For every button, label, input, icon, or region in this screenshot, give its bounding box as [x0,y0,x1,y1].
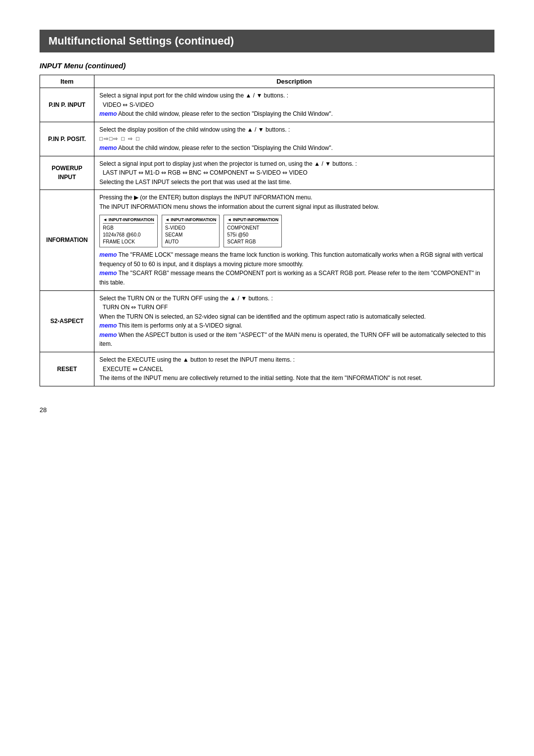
col-item-header: Item [40,75,94,88]
table-row: P.IN P. POSIT. Select the display positi… [40,122,494,156]
info-box-component: ◄ INPUT-INFORMATION COMPONENT 575i @50 S… [223,215,282,248]
table-row: INFORMATION Pressing the ▶ (or the ENTER… [40,190,494,290]
item-powerup-input: POWERUPINPUT [40,156,94,190]
desc-reset: Select the EXECUTE using the ▲ button to… [94,352,494,386]
info-box-rgb: ◄ INPUT-INFORMATION RGB 1024x768 @60.0 F… [99,215,158,248]
page-header: Multifunctional Settings (continued) [40,30,494,52]
desc-information: Pressing the ▶ (or the ENTER) button dis… [94,190,494,290]
main-table: Item Description P.IN P. INPUT Select a … [40,75,494,386]
section-title: INPUT Menu (continued) [40,61,494,70]
table-row: P.IN P. INPUT Select a signal input port… [40,88,494,122]
table-row: RESET Select the EXECUTE using the ▲ but… [40,352,494,386]
desc-s2-aspect: Select the TURN ON or the TURN OFF using… [94,290,494,352]
item-pin-posit: P.IN P. POSIT. [40,122,94,156]
info-box-svideo: ◄ INPUT-INFORMATION S-VIDEO SECAM AUTO [162,215,220,248]
desc-pin-input: Select a signal input port for the child… [94,88,494,122]
table-row: POWERUPINPUT Select a signal input port … [40,156,494,190]
page-number: 28 [40,406,494,414]
desc-pin-posit: Select the display position of the child… [94,122,494,156]
item-pin-input: P.IN P. INPUT [40,88,94,122]
table-row: S2-ASPECT Select the TURN ON or the TURN… [40,290,494,352]
col-desc-header: Description [94,75,494,88]
desc-powerup-input: Select a signal input port to display ju… [94,156,494,190]
info-boxes-container: ◄ INPUT-INFORMATION RGB 1024x768 @60.0 F… [99,215,489,248]
item-reset: RESET [40,352,94,386]
item-s2-aspect: S2-ASPECT [40,290,94,352]
item-information: INFORMATION [40,190,94,290]
